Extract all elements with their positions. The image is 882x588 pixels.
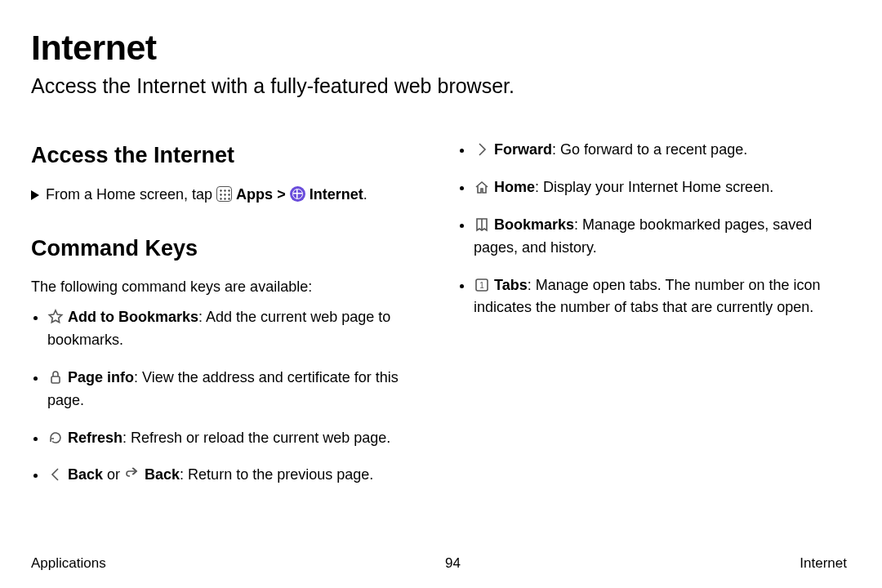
item-name-pre: Back — [68, 466, 103, 483]
period: . — [363, 186, 368, 203]
section-keys-intro: The following command keys are available… — [31, 276, 421, 298]
list-item: Refresh: Refresh or reload the current w… — [47, 427, 421, 450]
item-name: Refresh — [68, 430, 122, 446]
item-name: Home — [494, 179, 535, 195]
breadcrumb-sep: > — [277, 186, 286, 203]
internet-label: Internet — [310, 186, 363, 203]
chevron-left-icon — [47, 466, 64, 483]
access-instruction: From a Home screen, tap Apps > Internet. — [31, 184, 421, 206]
list-item: Home: Display your Internet Home screen. — [474, 176, 847, 199]
footer-page-number: 94 — [445, 555, 461, 572]
item-desc: : Refresh or reload the current web page… — [122, 430, 390, 446]
list-item: Back or Back: Return to the previous pag… — [47, 464, 421, 487]
list-item: Page info: View the address and certific… — [47, 367, 421, 412]
star-icon — [47, 309, 64, 325]
item-name: Add to Bookmarks — [68, 309, 198, 325]
home-icon — [474, 179, 490, 195]
step-marker-icon — [31, 190, 39, 200]
tabs-icon — [474, 277, 490, 293]
item-desc: : Display your Internet Home screen. — [535, 179, 773, 195]
section-access-heading: Access the Internet — [31, 139, 421, 172]
list-item: Add to Bookmarks: Add the current web pa… — [47, 306, 421, 352]
list-item: Tabs: Manage open tabs. The number on th… — [474, 274, 847, 320]
list-item: Bookmarks: Manage bookmarked pages, save… — [474, 214, 847, 260]
access-prefix: From a Home screen, tap — [46, 186, 212, 203]
internet-icon — [290, 186, 305, 202]
chevron-right-icon — [474, 141, 490, 158]
list-item: Forward: Go forward to a recent page. — [474, 139, 847, 162]
back-arrow-icon — [124, 466, 140, 483]
or-text: or — [103, 466, 124, 483]
item-desc: : Go forward to a recent page. — [552, 141, 747, 158]
page-subtitle: Access the Internet with a fully-feature… — [31, 74, 847, 98]
item-name: Forward — [494, 141, 552, 158]
lock-icon — [47, 369, 64, 385]
section-keys-heading: Command Keys — [31, 232, 421, 265]
item-name: Bookmarks — [494, 216, 574, 233]
footer-right: Internet — [800, 555, 847, 572]
item-desc: : Return to the previous page. — [180, 466, 373, 483]
item-name: Page info — [68, 369, 134, 385]
apps-label: Apps — [236, 186, 273, 203]
bookmarks-icon — [474, 216, 490, 233]
item-name: Back — [145, 466, 180, 483]
item-name: Tabs — [494, 277, 528, 293]
footer-left: Applications — [31, 555, 106, 572]
apps-icon — [216, 186, 232, 202]
refresh-icon — [47, 430, 64, 446]
page-title: Internet — [31, 28, 847, 68]
